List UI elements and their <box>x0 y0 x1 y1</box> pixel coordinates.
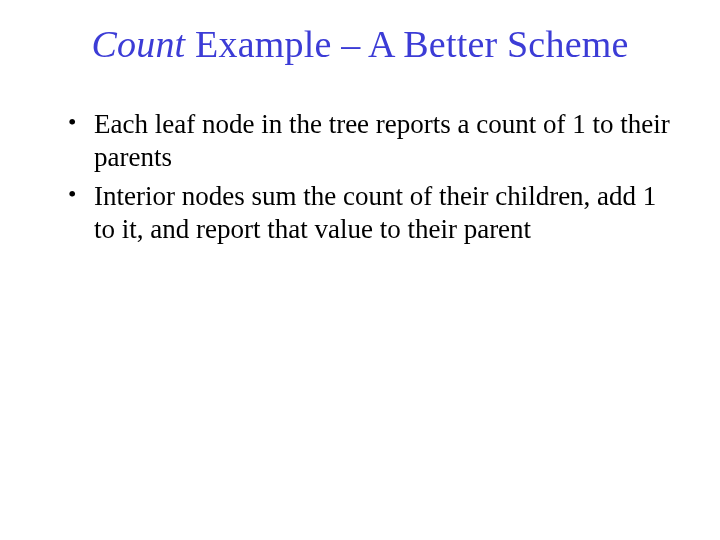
bullet-list: Each leaf node in the tree reports a cou… <box>40 108 680 246</box>
list-item: Each leaf node in the tree reports a cou… <box>68 108 680 174</box>
title-italic-word: Count <box>91 23 185 65</box>
list-item: Interior nodes sum the count of their ch… <box>68 180 680 246</box>
slide: Count Example – A Better Scheme Each lea… <box>0 0 720 540</box>
slide-title: Count Example – A Better Scheme <box>40 22 680 66</box>
title-rest: Example – A Better Scheme <box>185 23 628 65</box>
